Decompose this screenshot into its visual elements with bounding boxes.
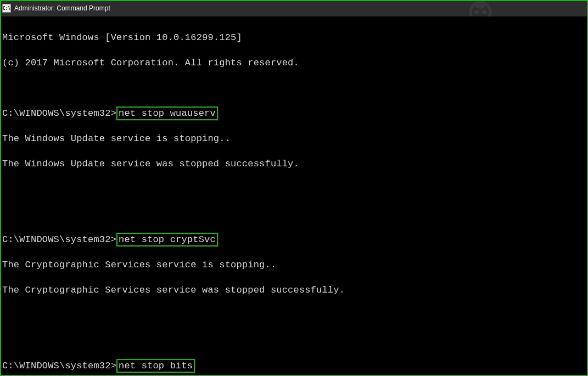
terminal-line: The Cryptographic Services service was s… — [2, 284, 586, 296]
terminal-line: C:\WINDOWS\system32>net stop bits — [2, 360, 586, 372]
terminal-line: The Cryptographic Services service is st… — [2, 259, 586, 271]
terminal-line: C:\WINDOWS\system32>net stop wuauserv — [2, 107, 586, 120]
window-title: Administrator: Command Prompt — [14, 4, 110, 12]
terminal-blank-line — [2, 183, 586, 195]
terminal-output[interactable]: Microsoft Windows [Version 10.0.16299.12… — [0, 16, 588, 376]
terminal-line: (c) 2017 Microsoft Corporation. All righ… — [2, 57, 586, 69]
terminal-line: The Windows Update service is stopping.. — [2, 132, 586, 145]
prompt-path: C:\WINDOWS\system32> — [2, 234, 116, 245]
prompt-path: C:\WINDOWS\system32> — [2, 361, 116, 371]
prompt-path: C:\WINDOWS\system32> — [2, 108, 116, 119]
terminal-blank-line — [2, 82, 586, 94]
command-highlight: net stop bits — [116, 359, 195, 373]
window-titlebar: C:\ Administrator: Command Prompt — [0, 0, 588, 16]
command-highlight: net stop wuauserv — [116, 106, 218, 120]
terminal-blank-line — [2, 208, 586, 221]
terminal-blank-line — [2, 334, 586, 347]
command-highlight: net stop cryptSvc — [116, 233, 218, 246]
terminal-line: C:\WINDOWS\system32>net stop cryptSvc — [2, 233, 586, 246]
terminal-blank-line — [2, 309, 586, 322]
terminal-line: The Windows Update service was stopped s… — [2, 158, 586, 170]
cmd-icon: C:\ — [2, 4, 11, 13]
terminal-line: Microsoft Windows [Version 10.0.16299.12… — [2, 31, 586, 44]
